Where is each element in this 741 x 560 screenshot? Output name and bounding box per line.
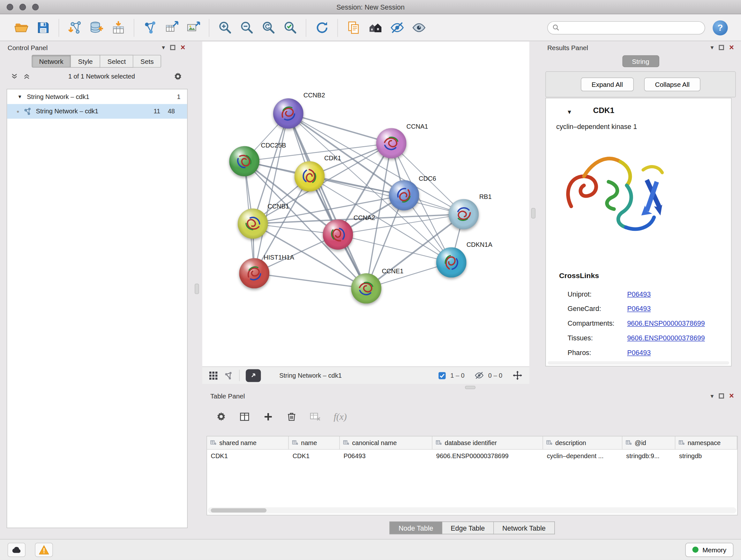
memory-button[interactable]: Memory — [685, 543, 733, 557]
crosslink-pharos-link[interactable]: P06493 — [627, 349, 651, 356]
crosslink-label-tissues: Tissues: — [568, 334, 627, 341]
network-node-HIST1H1A[interactable] — [239, 258, 269, 289]
warning-icon[interactable] — [35, 543, 53, 557]
network-node-RB1[interactable] — [448, 199, 479, 229]
tab-node-table[interactable]: Node Table — [390, 521, 442, 534]
new-network-button[interactable] — [139, 17, 160, 39]
crosslink-genecard-link[interactable]: P06493 — [627, 305, 651, 312]
expand-all-button[interactable]: Expand All — [581, 78, 634, 91]
tab-edge-table[interactable]: Edge Table — [442, 521, 494, 534]
refresh-network-button[interactable] — [311, 17, 333, 39]
import-network-database-button[interactable] — [85, 17, 107, 39]
toolbar-button-groups — [10, 17, 430, 39]
selected-items-checkbox-icon[interactable] — [438, 371, 446, 379]
panel-collapse-icon[interactable]: ▾ — [711, 393, 714, 399]
column-header-description[interactable]: description — [543, 436, 623, 449]
delete-column-trash-icon[interactable] — [286, 411, 297, 422]
column-header-id[interactable]: @id — [622, 436, 675, 449]
tab-style[interactable]: Style — [71, 55, 100, 68]
splitter-handle-horizontal[interactable] — [465, 386, 475, 389]
table-horizontal-scrollbar[interactable] — [208, 507, 737, 513]
network-node-CDK1[interactable] — [294, 161, 325, 192]
crosslink-tissues-link[interactable]: 9606.ENSP00000378699 — [627, 334, 705, 341]
column-header-label: name — [301, 439, 317, 446]
birdseye-view-button[interactable] — [364, 17, 386, 39]
title-bar: Session: New Session — [0, 0, 741, 14]
import-network-file-button[interactable] — [64, 17, 85, 39]
grid-view-icon[interactable] — [209, 371, 218, 380]
hidden-nodes-edges-count: 0 – 0 — [488, 372, 502, 379]
expand-all-networks-icon[interactable] — [22, 71, 31, 81]
zoom-in-button[interactable] — [214, 17, 236, 39]
panel-float-icon[interactable] — [719, 393, 724, 398]
tab-sets[interactable]: Sets — [133, 55, 161, 68]
control-panel-tabs: NetworkStyleSelectSets — [4, 55, 189, 68]
zoom-fit-button[interactable] — [258, 17, 279, 39]
network-node-CDC6[interactable] — [389, 180, 419, 210]
fit-content-crosshair-icon[interactable] — [512, 370, 523, 381]
crosslink-compartments-link[interactable]: 9606.ENSP00000378699 — [627, 319, 705, 327]
column-header-database-identifier[interactable]: database identifier — [432, 436, 543, 449]
show-columns-icon[interactable] — [239, 411, 250, 422]
column-header-namespace[interactable]: namespace — [675, 436, 737, 449]
splitter-handle-left[interactable] — [195, 284, 199, 294]
collapse-all-networks-icon[interactable] — [10, 71, 19, 81]
search-box[interactable] — [547, 21, 705, 34]
panel-float-icon[interactable] — [170, 45, 175, 50]
tab-network-table[interactable]: Network Table — [494, 521, 554, 534]
panel-float-icon[interactable] — [719, 45, 724, 50]
column-header-canonical-name[interactable]: canonical name — [340, 436, 432, 449]
collapse-all-button[interactable]: Collapse All — [644, 78, 700, 91]
scrollbar-thumb[interactable] — [211, 508, 266, 512]
open-session-button[interactable] — [10, 17, 32, 39]
panel-collapse-icon[interactable]: ▾ — [711, 44, 714, 51]
panel-close-icon[interactable]: × — [729, 44, 734, 51]
network-options-gear-icon[interactable] — [172, 71, 184, 82]
column-header-name[interactable]: name — [289, 436, 340, 449]
search-input[interactable] — [563, 24, 700, 31]
birdseye-launch-icon[interactable] — [246, 369, 261, 382]
help-button[interactable]: ? — [713, 20, 728, 35]
panel-collapse-icon[interactable]: ▾ — [162, 44, 165, 51]
maximize-window-icon[interactable] — [32, 4, 39, 10]
table-row[interactable]: CDK1CDK1P064939606.ENSP00000378699cyclin… — [207, 449, 738, 462]
export-table-button[interactable] — [161, 17, 183, 39]
results-horizontal-scrollbar[interactable] — [548, 361, 729, 364]
tab-network[interactable]: Network — [31, 55, 71, 68]
minimize-window-icon[interactable] — [19, 4, 26, 10]
network-node-CCNE1[interactable] — [351, 273, 381, 304]
tab-select[interactable]: Select — [100, 55, 133, 68]
splitter-handle-right[interactable] — [531, 208, 536, 219]
network-node-CDC25B[interactable] — [229, 146, 259, 177]
network-node-CCNB1[interactable] — [238, 208, 268, 239]
export-image-icon — [186, 20, 201, 35]
gene-section-expanded-icon[interactable]: ▼ — [567, 109, 572, 116]
duplicate-page-button[interactable] — [343, 17, 364, 39]
tab-string[interactable]: String — [622, 55, 659, 67]
network-view-canvas[interactable]: CCNB2CCNA1CDC25BCDK1CDC6RB1CCNB1CCNA2CDK… — [202, 42, 529, 366]
export-image-button[interactable] — [183, 17, 204, 39]
crosslink-uniprot-link[interactable]: P06493 — [627, 290, 651, 298]
save-session-button[interactable] — [32, 17, 54, 39]
column-header-shared-name[interactable]: shared name — [207, 436, 289, 449]
tree-expanded-icon[interactable]: ▼ — [17, 94, 22, 99]
network-node-CCNA1[interactable] — [376, 128, 407, 159]
hidden-items-icon[interactable] — [475, 371, 484, 380]
create-column-plus-icon[interactable] — [263, 411, 273, 422]
network-node-CDKN1A[interactable] — [436, 247, 467, 278]
panel-close-icon[interactable]: × — [181, 44, 185, 51]
table-options-gear-icon[interactable] — [216, 411, 226, 422]
cloud-icon[interactable] — [8, 543, 25, 557]
import-table-file-button[interactable] — [107, 17, 129, 39]
network-view-icon[interactable] — [224, 371, 233, 380]
show-graphics-details-button[interactable] — [408, 17, 429, 39]
network-node-CCNB2[interactable] — [273, 98, 304, 129]
zoom-selected-button[interactable] — [279, 17, 301, 39]
network-collection-row[interactable]: ▼ String Network – cdk1 1 — [7, 89, 187, 104]
network-node-CCNA2[interactable] — [323, 219, 353, 250]
panel-close-icon[interactable]: × — [729, 392, 734, 400]
zoom-out-button[interactable] — [236, 17, 258, 39]
network-row-selected[interactable]: ● String Network – cdk1 11 48 — [7, 104, 187, 119]
hide-graphics-details-button[interactable] — [386, 17, 408, 39]
close-window-icon[interactable] — [7, 4, 13, 10]
